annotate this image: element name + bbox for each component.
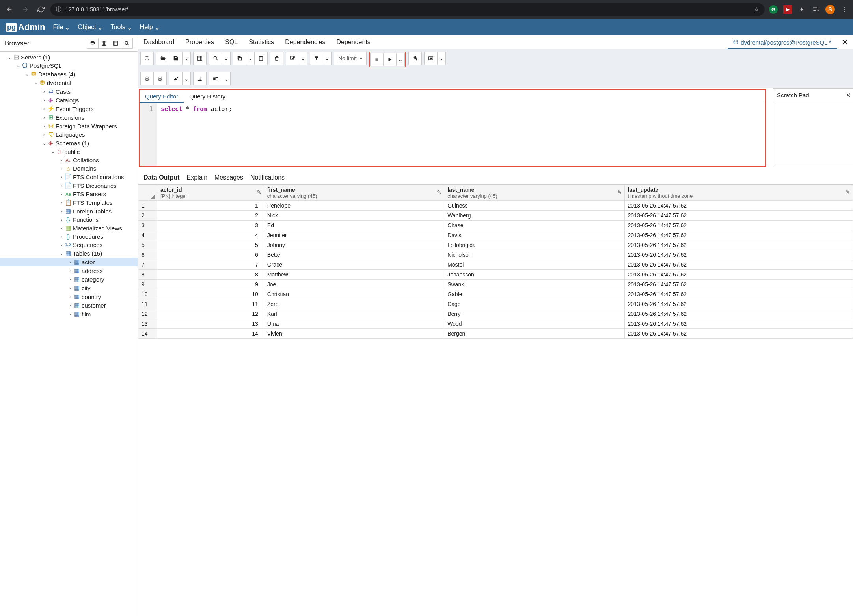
tree-item[interactable]: ›1..3Sequences <box>0 241 138 249</box>
tree-item[interactable]: ›⊞Extensions <box>0 113 138 122</box>
table-row[interactable]: 77GraceMostel2013-05-26 14:47:57.62 <box>138 260 853 270</box>
tb-connection-icon[interactable]: ⛁ <box>140 52 154 65</box>
table-row[interactable]: 66BetteNicholson2013-05-26 14:47:57.62 <box>138 250 853 260</box>
tb-filter-icon[interactable] <box>310 52 323 65</box>
tb-explain-icon[interactable] <box>408 52 422 65</box>
tree-item[interactable]: ›⌂Domains <box>0 164 138 173</box>
tb-edit-icon[interactable] <box>286 52 299 65</box>
table-row[interactable]: 1313UmaWood2013-05-26 14:47:57.62 <box>138 319 853 329</box>
column-header[interactable]: first_namecharacter varying (45)✎ <box>264 185 444 201</box>
tree-item[interactable]: ›A↓Collations <box>0 156 138 164</box>
profile-avatar[interactable]: S <box>825 4 836 15</box>
tree-item[interactable]: ›▦Materialized Views <box>0 224 138 232</box>
tree-item[interactable]: ›{}Functions <box>0 215 138 224</box>
tb-copy-icon[interactable] <box>233 52 246 65</box>
row-number[interactable]: 7 <box>138 260 157 270</box>
tree-item[interactable]: ›📋FTS Templates <box>0 198 138 207</box>
tree-item[interactable]: ›📄FTS Configurations <box>0 173 138 181</box>
tree-item[interactable]: ›{}Procedures <box>0 232 138 241</box>
table-row[interactable]: 55JohnnyLollobrigida2013-05-26 14:47:57.… <box>138 240 853 250</box>
tb-delete-icon[interactable] <box>270 52 283 65</box>
tree-item[interactable]: ⌄⛃dvdrental <box>0 78 138 87</box>
reload-button[interactable] <box>35 3 47 16</box>
row-number[interactable]: 11 <box>138 299 157 309</box>
tb-rollback-icon[interactable]: ⛁ <box>153 72 167 85</box>
column-header[interactable]: actor_id[PK] integer✎ <box>157 185 264 201</box>
pencil-icon[interactable]: ✎ <box>437 189 441 195</box>
tool-filter-icon[interactable] <box>110 38 121 49</box>
row-number[interactable]: 5 <box>138 240 157 250</box>
sql-editor[interactable]: 1 select * from actor; <box>140 103 765 166</box>
row-number[interactable]: 2 <box>138 211 157 221</box>
tab-dependents[interactable]: Dependents <box>331 35 376 49</box>
table-row[interactable]: 11PenelopeGuiness2013-05-26 14:47:57.62 <box>138 201 853 211</box>
tb-edit-dropdown[interactable]: ⌄ <box>299 52 307 65</box>
extensions-icon[interactable]: ✦ <box>796 4 807 15</box>
tree-item[interactable]: ›▦address <box>0 266 138 275</box>
column-header[interactable]: last_namecharacter varying (45)✎ <box>444 185 624 201</box>
tb-save-dropdown[interactable]: ⌄ <box>182 52 191 65</box>
menu-file[interactable]: File⌄ <box>53 24 70 31</box>
tab-explain[interactable]: Explain <box>187 174 207 181</box>
tree-item[interactable]: ⌄⛃Databases (4) <box>0 70 138 78</box>
tree-item[interactable]: ›◈Catalogs <box>0 96 138 104</box>
tab-dependencies[interactable]: Dependencies <box>279 35 331 49</box>
table-row[interactable]: 1414VivienBergen2013-05-26 14:47:57.62 <box>138 329 853 339</box>
tab-querytool[interactable]: ⛁dvdrental/postgres@PostgreSQL * <box>728 35 837 49</box>
table-row[interactable]: 1212KarlBerry2013-05-26 14:47:57.62 <box>138 309 853 319</box>
row-number[interactable]: 9 <box>138 280 157 289</box>
tree-item[interactable]: ›▦city <box>0 284 138 292</box>
row-number[interactable]: 1 <box>138 201 157 211</box>
tree-item[interactable]: ⌄◈Schemas (1) <box>0 139 138 147</box>
pencil-icon[interactable]: ✎ <box>617 189 622 195</box>
close-tab-button[interactable]: ✕ <box>837 37 853 47</box>
tool-search-icon[interactable] <box>121 38 133 49</box>
tb-macros-dropdown[interactable]: ⌄ <box>437 52 446 65</box>
tab-sql[interactable]: SQL <box>220 35 243 49</box>
row-number[interactable]: 10 <box>138 289 157 299</box>
row-number[interactable]: 8 <box>138 270 157 280</box>
tb-execute-dropdown[interactable]: ⌄ <box>396 53 405 66</box>
tree-item[interactable]: ›▦country <box>0 292 138 301</box>
ext-grammarly-icon[interactable]: G <box>768 4 779 15</box>
tb-download-icon[interactable] <box>193 72 207 85</box>
row-number[interactable]: 12 <box>138 309 157 319</box>
tab-notifications[interactable]: Notifications <box>250 174 285 181</box>
tb-find-dropdown[interactable]: ⌄ <box>222 52 231 65</box>
tab-statistics[interactable]: Statistics <box>243 35 279 49</box>
tab-dashboard[interactable]: Dashboard <box>138 35 180 49</box>
playlist-icon[interactable] <box>810 4 821 15</box>
close-icon[interactable]: ✕ <box>846 92 851 99</box>
tree-item[interactable]: ›▦film <box>0 310 138 318</box>
tb-save-icon[interactable] <box>169 52 183 65</box>
tree-item[interactable]: ⌄Servers (1) <box>0 53 138 61</box>
row-number[interactable]: 13 <box>138 319 157 329</box>
tree-item[interactable]: ⌄▦Tables (15) <box>0 249 138 258</box>
tb-paste-icon[interactable] <box>254 52 268 65</box>
tb-stop-icon[interactable]: ■ <box>370 53 384 66</box>
info-icon[interactable]: ⓘ <box>56 6 61 13</box>
tree-item[interactable]: ›⇄Casts <box>0 87 138 96</box>
tb-clear-icon[interactable] <box>169 72 183 85</box>
tree-item[interactable]: ›▦customer <box>0 301 138 310</box>
corner-cell[interactable] <box>138 185 157 201</box>
tree-item[interactable]: ⌄PostgreSQL <box>0 61 138 70</box>
results-grid[interactable]: actor_id[PK] integer✎first_namecharacter… <box>138 185 853 616</box>
tb-execute-icon[interactable] <box>383 53 397 66</box>
table-row[interactable]: 88MatthewJohansson2013-05-26 14:47:57.62 <box>138 270 853 280</box>
tb-editgrid-icon[interactable] <box>193 52 207 65</box>
row-number[interactable]: 4 <box>138 230 157 240</box>
row-number[interactable]: 14 <box>138 329 157 339</box>
tb-macros-icon[interactable] <box>424 52 438 65</box>
tree-item[interactable]: ›▦category <box>0 275 138 284</box>
tb-clear-dropdown[interactable]: ⌄ <box>182 72 191 85</box>
table-row[interactable]: 44JenniferDavis2013-05-26 14:47:57.62 <box>138 230 853 240</box>
tb-scratch-icon[interactable] <box>209 72 222 85</box>
tb-filter-dropdown[interactable]: ⌄ <box>323 52 332 65</box>
table-row[interactable]: 33EdChase2013-05-26 14:47:57.62 <box>138 221 853 230</box>
tb-find-icon[interactable] <box>209 52 222 65</box>
tb-copy-dropdown[interactable]: ⌄ <box>246 52 255 65</box>
tree-item[interactable]: ›▦Foreign Tables <box>0 207 138 215</box>
tab-query-history[interactable]: Query History <box>184 90 231 103</box>
tree-item[interactable]: ›📄FTS Dictionaries <box>0 181 138 190</box>
